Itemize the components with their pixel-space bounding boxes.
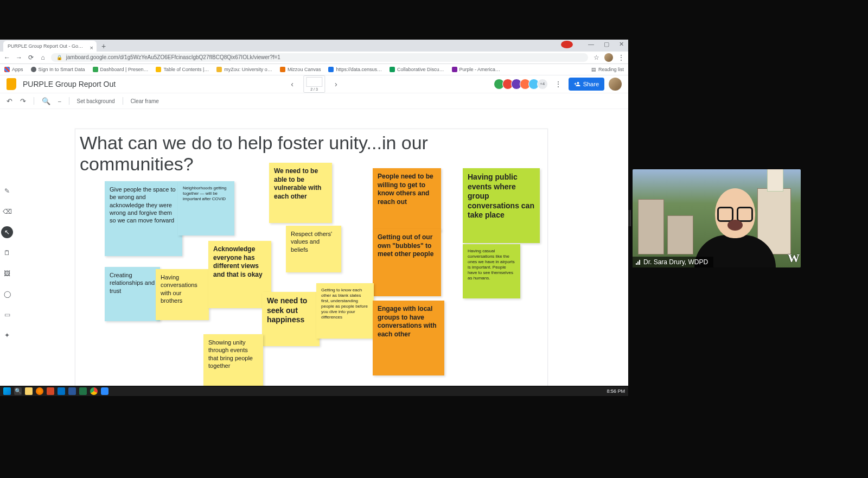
bookmark-icon bbox=[280, 67, 285, 72]
new-tab-button[interactable]: + bbox=[99, 42, 108, 52]
account-avatar[interactable] bbox=[609, 78, 622, 91]
bookmark-item[interactable]: Purple - America… bbox=[452, 67, 501, 72]
jamboard-frame[interactable]: What can we do to help foster unity...in… bbox=[75, 129, 548, 394]
bookmark-item[interactable]: Mizzou Canvas bbox=[280, 67, 321, 72]
zoom-indicator[interactable]: – bbox=[58, 98, 61, 104]
word-icon[interactable] bbox=[68, 387, 76, 395]
bookmark-label: Apps bbox=[12, 67, 23, 72]
bookmark-label: Collaborative Discu… bbox=[397, 67, 444, 72]
browser-menu-icon[interactable]: ⋮ bbox=[617, 54, 625, 61]
window-maximize-button[interactable]: ▢ bbox=[602, 41, 611, 48]
sticky-note[interactable]: Having public events where group convers… bbox=[463, 168, 540, 243]
start-button[interactable] bbox=[3, 387, 11, 395]
sticky-note[interactable]: Having conversations with our brothers bbox=[156, 269, 209, 320]
sticky-note[interactable]: Having casual conversations like the one… bbox=[463, 244, 520, 298]
bookmark-icon bbox=[216, 67, 222, 72]
jamboard-logo-icon[interactable] bbox=[7, 78, 16, 90]
powerpoint-icon[interactable] bbox=[47, 387, 54, 395]
redo-button[interactable]: ↷ bbox=[20, 97, 26, 105]
frame-thumbnail-icon bbox=[306, 77, 322, 87]
bookmark-item[interactable]: Dashboard | Presen… bbox=[93, 67, 149, 72]
bookmark-item[interactable]: https://data.census… bbox=[328, 67, 382, 72]
bookmark-label: Dashboard | Presen… bbox=[100, 67, 149, 72]
jamboard-secondary-toolbar: ↶ ↷ 🔍 – Set background Clear frame bbox=[0, 93, 628, 109]
shape-tool-button[interactable]: ◯ bbox=[1, 288, 13, 300]
sticky-note[interactable]: Showing unity through events that bring … bbox=[203, 334, 263, 388]
sticky-note[interactable]: Getting to know each other as blank slat… bbox=[316, 283, 374, 339]
tab-strip: PURPLE Group Report Out - Goo… × + — ▢ ✕ bbox=[0, 40, 628, 52]
clear-frame-button[interactable]: Clear frame bbox=[131, 98, 159, 104]
address-bar[interactable]: 🔒 jamboard.google.com/d/1g5WzYeAu5ZO6EFf… bbox=[51, 53, 588, 62]
chrome-icon[interactable] bbox=[90, 387, 98, 395]
panel-resize-handle[interactable] bbox=[628, 40, 631, 396]
jamboard-workspace[interactable]: ✎ ⌫ ↖ 🗒 🖼 ◯ ▭ ✦ What can we do to help f… bbox=[0, 109, 628, 396]
collaborator-avatars[interactable]: +4 bbox=[496, 79, 548, 90]
url-text: jamboard.google.com/d/1g5WzYeAu5ZO6EFfci… bbox=[66, 54, 280, 60]
sticky-note[interactable]: Respect others' values and beliefs bbox=[286, 226, 341, 272]
speaker-name: Dr. Sara Drury, WDPD bbox=[643, 258, 708, 266]
nav-forward-icon[interactable]: → bbox=[15, 54, 23, 61]
share-label: Share bbox=[583, 78, 599, 91]
pen-tool-button[interactable]: ✎ bbox=[1, 185, 13, 197]
sticky-note[interactable]: Creating relationships and trust bbox=[105, 267, 160, 321]
sticky-note[interactable]: Neighborhoods getting together — will be… bbox=[178, 181, 234, 235]
bookmark-label: https://data.census… bbox=[336, 67, 382, 72]
share-button[interactable]: Share bbox=[569, 78, 604, 91]
sticky-note[interactable]: Engage with local groups to have convers… bbox=[373, 301, 444, 375]
notification-indicator-icon[interactable] bbox=[561, 41, 573, 48]
sticky-note[interactable]: People need to be willing to get to know… bbox=[373, 168, 441, 231]
frame-selector[interactable]: 2 / 3 bbox=[303, 75, 325, 93]
file-explorer-icon[interactable] bbox=[25, 387, 33, 395]
bookmark-label: Mizzou Canvas bbox=[288, 67, 321, 72]
more-avatars-badge[interactable]: +4 bbox=[537, 79, 548, 90]
divider bbox=[123, 97, 123, 105]
bookmark-star-icon[interactable]: ☆ bbox=[592, 54, 600, 61]
video-conference-panel[interactable]: Dr. Sara Drury, WDPD W bbox=[633, 169, 801, 267]
sticky-note-tool-button[interactable]: 🗒 bbox=[1, 247, 13, 259]
taskbar-clock[interactable]: 8:56 PM bbox=[607, 388, 625, 394]
window-minimize-button[interactable]: — bbox=[586, 41, 596, 48]
sticky-note[interactable]: Give people the space to be wrong and ac… bbox=[105, 181, 182, 256]
more-options-button[interactable]: ⋮ bbox=[552, 80, 564, 88]
zoom-icon[interactable]: 🔍 bbox=[42, 97, 50, 105]
undo-button[interactable]: ↶ bbox=[7, 97, 12, 105]
set-background-button[interactable]: Set background bbox=[77, 98, 115, 104]
bookmark-item[interactable]: Table of Contents |… bbox=[156, 67, 209, 72]
divider bbox=[69, 97, 69, 105]
image-tool-button[interactable]: 🖼 bbox=[1, 267, 13, 279]
frame-counter: 2 / 3 bbox=[310, 87, 318, 91]
text-box-tool-button[interactable]: ▭ bbox=[1, 309, 13, 321]
excel-icon[interactable] bbox=[79, 387, 87, 395]
search-icon[interactable]: 🔍 bbox=[14, 387, 22, 395]
close-tab-icon[interactable]: × bbox=[90, 42, 93, 52]
bookmark-icon bbox=[156, 67, 161, 72]
apps-shortcut[interactable]: Apps bbox=[4, 67, 23, 72]
nav-home-icon[interactable]: ⌂ bbox=[39, 54, 47, 61]
firefox-icon[interactable] bbox=[36, 387, 43, 395]
profile-avatar-icon[interactable] bbox=[604, 53, 613, 62]
sticky-note[interactable]: We need to seek out happiness bbox=[262, 292, 320, 346]
bookmark-icon bbox=[390, 67, 395, 72]
divider bbox=[34, 97, 34, 105]
bookmark-item[interactable]: Sign In to Smart Data bbox=[31, 67, 85, 72]
eraser-tool-button[interactable]: ⌫ bbox=[1, 206, 13, 218]
prev-frame-button[interactable]: ‹ bbox=[289, 79, 296, 90]
frame-navigator: ‹ 2 / 3 › bbox=[289, 75, 339, 93]
browser-tab-active[interactable]: PURPLE Group Report Out - Goo… × bbox=[3, 41, 97, 52]
bookmark-item[interactable]: myZou: University o… bbox=[216, 67, 272, 72]
sticky-note[interactable]: Getting out of our own "bubbles" to meet… bbox=[373, 229, 441, 296]
select-tool-button[interactable]: ↖ bbox=[1, 226, 13, 238]
sticky-note[interactable]: We need to be able to be vulnerable with… bbox=[269, 163, 332, 223]
laser-tool-button[interactable]: ✦ bbox=[1, 329, 13, 341]
signal-strength-icon bbox=[636, 259, 640, 265]
bookmark-item[interactable]: Collaborative Discu… bbox=[390, 67, 444, 72]
outlook-icon[interactable] bbox=[58, 387, 65, 395]
nav-back-icon[interactable]: ← bbox=[3, 54, 11, 61]
zoom-icon[interactable] bbox=[101, 387, 108, 395]
window-close-button[interactable]: ✕ bbox=[617, 41, 626, 48]
bookmark-label: Purple - America… bbox=[459, 67, 501, 72]
reading-list-button[interactable]: ▤ Reading list bbox=[591, 67, 624, 72]
nav-reload-icon[interactable]: ⟳ bbox=[27, 54, 35, 61]
document-title[interactable]: PURPLE Group Report Out bbox=[23, 80, 489, 88]
next-frame-button[interactable]: › bbox=[333, 79, 340, 90]
